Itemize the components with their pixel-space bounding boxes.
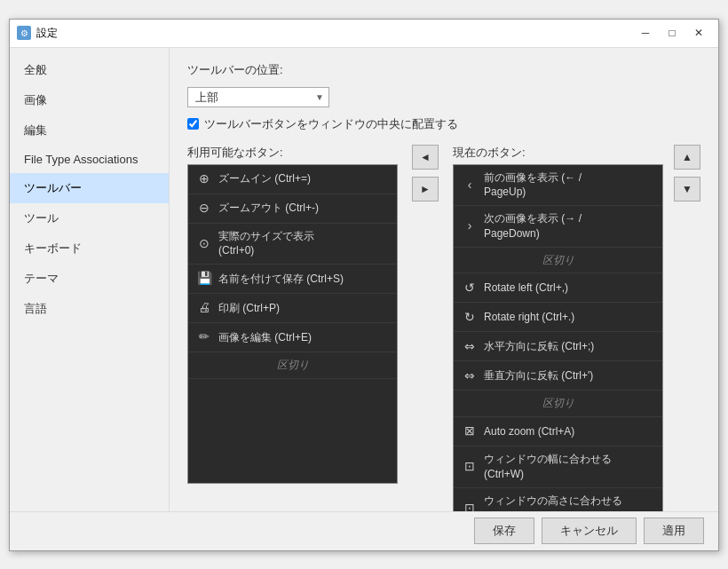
move-left-button[interactable]: ◄ [412,145,439,170]
close-button[interactable]: ✕ [686,23,711,43]
prev-icon: ‹ [461,176,479,194]
available-buttons-list[interactable]: ⊕ ズームイン (Ctrl+=) ⊖ ズームアウト (Ctrl+-) ⊙ 実際の… [187,164,398,484]
move-up-button[interactable]: ▲ [674,145,700,170]
title-bar: ⚙ 設定 ─ □ ✕ [10,20,718,48]
zoom-in-icon: ⊕ [195,170,213,188]
list-item-separator[interactable]: 区切り [454,391,662,417]
fit-width-icon: ⊡ [461,458,479,476]
auto-zoom-icon: ⊠ [461,423,479,440]
rotate-right-icon: ↻ [461,308,479,326]
list-item[interactable]: ⇔ 水平方向に反転 (Ctrl+;) [454,332,662,361]
flip-h-icon: ⇔ [461,337,479,355]
fit-height-icon: ⊡ [461,500,479,511]
panels-area: 利用可能なボタン: ⊕ ズームイン (Ctrl+=) ⊖ ズームアウト (Ctr… [187,145,700,511]
move-right-button[interactable]: ► [412,177,439,202]
main-area: ツールバーの位置: 上部下部左右 ▼ ツールバーボタンをウィンドウの中央に配置す… [170,48,718,511]
print-icon: 🖨 [195,299,213,317]
list-item[interactable]: ‹ 前の画像を表示 (← /PageUp) [454,165,662,207]
current-buttons-label: 現在のボタン: [453,145,663,161]
toolbar-position-select[interactable]: 上部下部左右 [187,87,329,107]
flip-v-icon: ⇔ [461,367,479,384]
minimize-button[interactable]: ─ [633,23,658,43]
list-item[interactable]: ⊙ 実際のサイズで表示(Ctrl+0) [188,224,397,265]
zoom-out-icon: ⊖ [195,200,213,217]
sidebar-item-file-type[interactable]: File Type Associations [10,146,169,173]
window-title: 設定 [36,26,633,41]
available-buttons-section: 利用可能なボタン: ⊕ ズームイン (Ctrl+=) ⊖ ズームアウト (Ctr… [187,145,398,484]
reorder-buttons: ▲ ▼ [674,145,700,273]
current-buttons-section: 現在のボタン: ‹ 前の画像を表示 (← /PageUp) › 次の画像を表示 … [453,145,663,511]
list-item[interactable]: 💾 名前を付けて保存 (Ctrl+S) [188,265,397,294]
toolbar-position-label: ツールバーの位置: [187,62,283,78]
list-item[interactable]: ⇔ 垂直方向に反転 (Ctrl+') [454,361,662,391]
sidebar-item-image[interactable]: 画像 [10,85,169,115]
list-item[interactable]: ⊖ ズームアウト (Ctrl+-) [188,194,397,224]
list-item[interactable]: 🖨 印刷 (Ctrl+P) [188,294,397,323]
list-item[interactable]: › 次の画像を表示 (→ /PageDown) [454,206,662,248]
list-item[interactable]: ⊠ Auto zoom (Ctrl+A) [454,417,662,447]
current-buttons-list[interactable]: ‹ 前の画像を表示 (← /PageUp) › 次の画像を表示 (→ /Page… [453,164,663,511]
list-item[interactable]: ⊡ ウィンドウの高さに合わせる(Ctrl+H) [454,488,662,511]
center-buttons-checkbox[interactable] [187,118,199,130]
maximize-button[interactable]: □ [660,23,684,43]
settings-window: ⚙ 設定 ─ □ ✕ 全般画像編集File Type Associationsツ… [9,19,719,551]
sidebar-item-general[interactable]: 全般 [10,55,169,85]
list-item[interactable]: ↺ Rotate left (Ctrl+,) [454,273,662,303]
footer: 保存 キャンセル 適用 [10,511,718,550]
window-content: 全般画像編集File Type Associationsツールバーツールキーボー… [10,48,718,511]
list-item[interactable]: ↻ Rotate right (Ctrl+.) [454,303,662,332]
actual-size-icon: ⊙ [195,234,213,252]
list-item[interactable]: ⊡ ウィンドウの幅に合わせる(Ctrl+W) [454,447,662,488]
list-item-separator[interactable]: 区切り [454,248,662,274]
sidebar-item-theme[interactable]: テーマ [10,264,169,294]
sidebar-item-tools[interactable]: ツール [10,203,169,233]
center-buttons-label[interactable]: ツールバーボタンをウィンドウの中央に配置する [204,116,458,132]
apply-button[interactable]: 適用 [644,518,704,544]
current-buttons-wrapper: ‹ 前の画像を表示 (← /PageUp) › 次の画像を表示 (→ /Page… [453,164,663,511]
toolbar-position-dropdown-container: 上部下部左右 ▼ [187,87,329,107]
list-item[interactable]: ⊕ ズームイン (Ctrl+=) [188,165,397,194]
toolbar-position-row: ツールバーの位置: [187,62,700,78]
sidebar: 全般画像編集File Type Associationsツールバーツールキーボー… [10,48,170,511]
sidebar-item-edit[interactable]: 編集 [10,115,169,146]
list-item-separator[interactable]: 区切り [188,352,397,379]
save-button[interactable]: 保存 [474,518,534,544]
edit-icon: ✏ [195,328,213,346]
cancel-button[interactable]: キャンセル [542,518,637,544]
rotate-left-icon: ↺ [461,279,479,296]
sidebar-item-language[interactable]: 言語 [10,294,169,324]
move-down-button[interactable]: ▼ [674,177,700,202]
toolbar-position-select-row: 上部下部左右 ▼ [187,87,700,107]
transfer-buttons: ◄ ► [408,145,442,273]
available-buttons-label: 利用可能なボタン: [187,145,398,161]
sidebar-item-keyboard[interactable]: キーボード [10,233,169,264]
list-item[interactable]: ✏ 画像を編集 (Ctrl+E) [188,323,397,352]
next-icon: › [461,217,479,235]
app-icon: ⚙ [17,26,31,40]
center-buttons-row: ツールバーボタンをウィンドウの中央に配置する [187,116,700,132]
save-icon: 💾 [195,270,213,288]
window-controls: ─ □ ✕ [633,23,711,43]
sidebar-item-toolbar[interactable]: ツールバー [10,173,169,203]
